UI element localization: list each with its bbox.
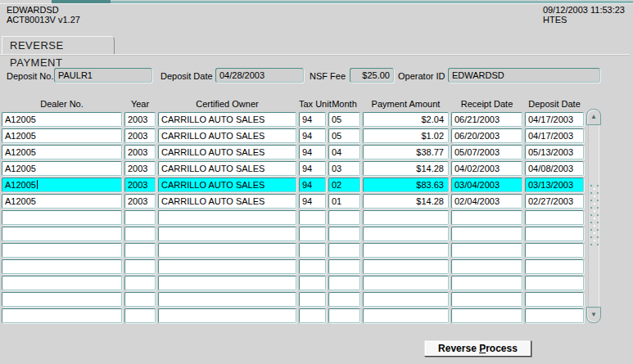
scrollbar-thumb[interactable] — [589, 184, 599, 246]
table-cell[interactable]: 2003 — [124, 161, 156, 176]
table-cell[interactable]: $14.28 — [363, 161, 449, 176]
table-cell[interactable] — [2, 259, 122, 274]
table-cell[interactable]: CARRILLO AUTO SALES — [158, 161, 296, 176]
table-cell[interactable] — [328, 276, 360, 290]
table-cell[interactable]: 94 — [299, 145, 326, 160]
scrollbar-down-button[interactable]: ▼ — [586, 307, 601, 323]
table-cell[interactable]: 04/17/2003 — [525, 128, 584, 143]
table-cell[interactable]: 03/13/2003 — [525, 178, 584, 192]
table-cell[interactable]: 94 — [299, 194, 326, 209]
table-cell[interactable]: A12005 — [2, 128, 122, 143]
table-cell[interactable] — [525, 308, 584, 323]
table-cell[interactable]: $1.02 — [363, 128, 449, 143]
deposit-no-field[interactable]: PAULR1 — [54, 68, 152, 83]
table-cell[interactable] — [363, 259, 449, 274]
table-cell[interactable]: 94 — [299, 161, 326, 176]
table-cell[interactable] — [124, 308, 156, 323]
table-cell[interactable]: 2003 — [124, 145, 156, 160]
table-cell[interactable]: 04/02/2003 — [451, 161, 522, 176]
table-cell[interactable] — [328, 259, 360, 274]
table-cell[interactable]: A12005 — [2, 194, 122, 209]
table-cell[interactable]: CARRILLO AUTO SALES — [158, 145, 296, 160]
table-cell[interactable] — [2, 276, 122, 290]
table-cell[interactable] — [363, 227, 449, 241]
table-cell[interactable]: $14.28 — [363, 194, 449, 209]
table-cell[interactable] — [2, 308, 122, 323]
table-cell[interactable] — [2, 227, 122, 241]
table-cell[interactable] — [328, 292, 360, 307]
table-cell[interactable]: 2003 — [124, 178, 156, 192]
table-cell[interactable] — [525, 259, 584, 274]
table-cell[interactable] — [328, 227, 360, 241]
table-cell[interactable] — [124, 227, 156, 241]
table-cell[interactable] — [363, 210, 449, 225]
table-cell[interactable]: 06/21/2003 — [451, 112, 522, 127]
table-cell[interactable] — [158, 276, 296, 290]
table-cell[interactable]: 94 — [299, 128, 326, 143]
table-cell[interactable]: 06/20/2003 — [451, 128, 522, 143]
table-cell[interactable] — [525, 292, 584, 307]
table-cell[interactable] — [124, 210, 156, 225]
table-cell[interactable]: CARRILLO AUTO SALES — [158, 128, 296, 143]
table-cell[interactable]: 04 — [328, 145, 360, 160]
table-cell[interactable]: $2.04 — [363, 112, 449, 127]
table-cell[interactable] — [158, 259, 296, 274]
table-cell[interactable]: 94 — [299, 112, 326, 127]
table-cell[interactable] — [328, 308, 360, 323]
table-cell[interactable] — [451, 210, 522, 225]
table-cell[interactable] — [158, 227, 296, 241]
table-cell[interactable]: A12005 — [2, 112, 122, 127]
table-cell[interactable] — [525, 276, 584, 290]
table-cell[interactable] — [299, 243, 326, 258]
table-cell[interactable]: 2003 — [124, 112, 156, 127]
table-cell[interactable] — [2, 243, 122, 258]
table-cell[interactable]: 02/04/2003 — [451, 194, 522, 209]
table-cell[interactable]: 05/13/2003 — [525, 145, 584, 160]
table-cell[interactable]: 03 — [328, 161, 360, 176]
table-cell[interactable] — [299, 276, 326, 290]
table-cell[interactable]: 05 — [328, 128, 360, 143]
table-cell[interactable]: CARRILLO AUTO SALES — [158, 112, 296, 127]
table-cell[interactable]: 2003 — [124, 128, 156, 143]
table-cell[interactable]: 2003 — [124, 194, 156, 209]
table-cell[interactable]: A12005 — [2, 145, 122, 160]
table-cell[interactable]: 01 — [328, 194, 360, 209]
table-cell[interactable] — [451, 243, 522, 258]
table-cell[interactable]: A12005 — [2, 161, 122, 176]
table-cell[interactable] — [124, 259, 156, 274]
nsf-fee-field[interactable]: $25.00 — [350, 68, 394, 83]
table-cell[interactable] — [363, 308, 449, 323]
table-cell[interactable] — [299, 227, 326, 241]
table-cell[interactable] — [124, 243, 156, 258]
table-cell[interactable] — [328, 243, 360, 258]
table-cell[interactable]: 02 — [328, 178, 360, 192]
table-cell[interactable] — [451, 227, 522, 241]
table-cell[interactable] — [525, 243, 584, 258]
reverse-process-button[interactable]: Reverse Process — [424, 340, 531, 357]
table-cell[interactable] — [2, 210, 122, 225]
table-cell[interactable] — [158, 308, 296, 323]
table-cell[interactable]: 02/27/2003 — [525, 194, 584, 209]
table-cell[interactable] — [451, 276, 522, 290]
table-cell[interactable] — [451, 292, 522, 307]
table-cell[interactable]: CARRILLO AUTO SALES — [158, 178, 296, 192]
deposit-date-field[interactable]: 04/28/2003 — [215, 68, 304, 83]
table-cell[interactable] — [525, 210, 584, 225]
table-cell[interactable]: 94 — [299, 178, 326, 192]
table-cell[interactable] — [158, 243, 296, 258]
table-cell[interactable] — [299, 259, 326, 274]
tab-reverse-payment[interactable]: REVERSE PAYMENT — [2, 36, 115, 54]
table-cell[interactable] — [525, 227, 584, 241]
table-cell[interactable]: CARRILLO AUTO SALES — [158, 194, 296, 209]
table-cell[interactable] — [124, 276, 156, 290]
table-cell[interactable] — [299, 210, 326, 225]
table-cell[interactable] — [2, 292, 122, 307]
table-cell[interactable]: A12005 — [2, 178, 122, 192]
table-cell[interactable] — [299, 308, 326, 323]
table-cell[interactable] — [451, 259, 522, 274]
table-cell[interactable] — [158, 210, 296, 225]
table-cell[interactable] — [158, 292, 296, 307]
table-cell[interactable] — [451, 308, 522, 323]
table-cell[interactable] — [363, 243, 449, 258]
table-cell[interactable]: $38.77 — [363, 145, 449, 160]
